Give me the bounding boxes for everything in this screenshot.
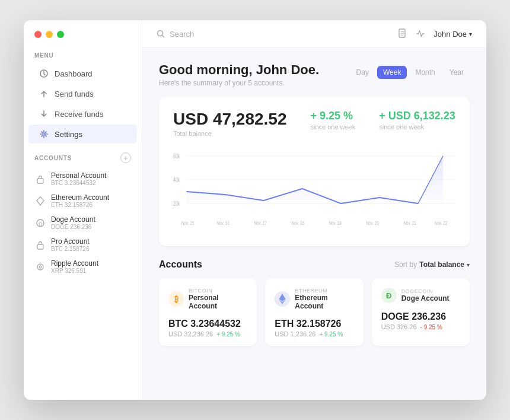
- personal-account-name: Personal Account: [51, 171, 106, 180]
- card-usd-value-personal: USD 32,236.26: [168, 330, 213, 338]
- user-menu[interactable]: John Doe ▾: [434, 30, 472, 39]
- card-meta-personal: BITCOIN Personal Account: [189, 288, 247, 310]
- clock-icon: [39, 69, 49, 78]
- maximize-button[interactable]: [57, 31, 64, 38]
- accounts-section-label: ACCOUNTS: [34, 155, 72, 161]
- card-type-personal: BITCOIN: [189, 288, 247, 294]
- gear-icon: [39, 129, 49, 139]
- svg-text:60k: 60k: [173, 153, 180, 160]
- card-name-personal: Personal Account: [189, 294, 247, 310]
- svg-text:Nov. 21: Nov. 21: [404, 220, 416, 226]
- svg-rect-2: [37, 179, 43, 183]
- user-name-text: John Doe: [434, 30, 467, 39]
- svg-text:Nov. 22: Nov. 22: [435, 220, 447, 226]
- account-card-doge[interactable]: Ð DOGECOIN Doge Account DOGE 236.236 USD…: [372, 278, 470, 346]
- svg-text:Nov. 20: Nov. 20: [366, 220, 379, 226]
- period-tabs: Day Week Month Year: [350, 66, 470, 79]
- balance-label: Total balance: [173, 130, 286, 137]
- sort-value: Total balance: [419, 260, 464, 269]
- sidebar-item-settings[interactable]: Settings: [28, 125, 137, 144]
- content-area: Good morning, John Doe. Here's the summa…: [142, 48, 486, 400]
- sidebar-item-send[interactable]: Send funds: [28, 84, 137, 103]
- lock-icon: [34, 173, 46, 185]
- sidebar: MENU Dashboard Send funds: [24, 20, 142, 400]
- doge-account-sub: DOGE 236.236: [51, 224, 95, 230]
- card-name-doge: Doge Account: [401, 294, 450, 303]
- card-meta-doge: DOGECOIN Doge Account: [401, 288, 450, 303]
- sidebar-account-doge[interactable]: Ð Doge Account DOGE 236.236: [24, 212, 142, 234]
- sort-chevron-icon: ▾: [467, 262, 470, 268]
- greeting-title: Good morning, John Doe.: [159, 62, 319, 78]
- svg-text:20k: 20k: [173, 201, 180, 208]
- pro-account-info: Pro Account BTC 2.158726: [51, 237, 90, 252]
- doge-account-info: Doge Account DOGE 236.236: [51, 215, 95, 230]
- search-icon: [157, 30, 165, 38]
- pct-change-stat: + 9.25 % since one week: [310, 110, 355, 131]
- sidebar-account-ethereum[interactable]: Ethereum Account ETH 32.158726: [24, 190, 142, 212]
- card-balance-btc: BTC 3.23644532: [168, 319, 247, 329]
- add-account-button[interactable]: +: [120, 152, 131, 163]
- period-tab-week[interactable]: Week: [377, 66, 407, 79]
- account-card-ethereum[interactable]: ETHEREUM Ethereum Account ETH 32.158726 …: [265, 278, 363, 346]
- pct-change-label: since one week: [310, 123, 355, 131]
- card-name-ethereum: Ethereum Account: [295, 294, 353, 310]
- card-top-ethereum: ETHEREUM Ethereum Account: [275, 288, 353, 310]
- card-usd-value-doge: USD 326.26: [381, 323, 417, 330]
- balance-row: USD 47,282.52 Total balance + 9.25 % sin…: [173, 110, 455, 137]
- account-card-personal[interactable]: ₿ BITCOIN Personal Account BTC 3.2364453…: [159, 278, 257, 346]
- arrow-down-icon: [39, 109, 49, 119]
- card-balance-doge: DOGE 236.236: [381, 311, 460, 322]
- sidebar-account-personal[interactable]: Personal Account BTC 3.23644532: [24, 168, 142, 190]
- greeting-subtitle: Here's the summary of your 5 accounts.: [159, 79, 319, 87]
- chevron-down-icon: ▾: [469, 31, 472, 37]
- card-top-doge: Ð DOGECOIN Doge Account: [381, 288, 460, 303]
- menu-label: MENU: [24, 44, 142, 63]
- sidebar-account-pro[interactable]: Pro Account BTC 2.158726: [24, 234, 142, 256]
- sidebar-item-receive[interactable]: Receive funds: [28, 104, 137, 123]
- card-usd-doge: USD 326.26 - 9.25 %: [381, 323, 460, 330]
- accounts-header: ACCOUNTS +: [24, 144, 142, 168]
- sort-label: Sort by: [394, 260, 417, 269]
- search-box[interactable]: Search: [157, 30, 391, 39]
- document-icon[interactable]: [398, 28, 407, 39]
- doge-icon: Ð: [34, 217, 46, 229]
- window-controls: [24, 20, 142, 44]
- diamond-icon: [34, 195, 46, 207]
- svg-text:Nov. 15: Nov. 15: [181, 220, 194, 226]
- card-type-ethereum: ETHEREUM: [295, 288, 353, 294]
- period-tab-day[interactable]: Day: [350, 66, 375, 79]
- sidebar-account-ripple[interactable]: Ripple Account XRP 326.591: [24, 256, 142, 278]
- accounts-section-title: Accounts: [159, 259, 202, 270]
- arrow-up-icon: [39, 89, 49, 98]
- ripple-account-info: Ripple Account XRP 326.591: [51, 259, 98, 274]
- sidebar-item-dashboard[interactable]: Dashboard: [28, 64, 137, 83]
- ethereum-account-sub: ETH 32.158726: [51, 202, 109, 208]
- ripple-icon: [34, 261, 46, 273]
- personal-account-sub: BTC 3.23644532: [51, 180, 106, 186]
- activity-icon[interactable]: [416, 28, 425, 39]
- account-cards: ₿ BITCOIN Personal Account BTC 3.2364453…: [159, 278, 470, 346]
- main-content: Search John Doe ▾ Good: [142, 20, 486, 400]
- app-window: MENU Dashboard Send funds: [24, 20, 486, 400]
- pro-account-name: Pro Account: [51, 237, 90, 246]
- dashboard-label: Dashboard: [55, 69, 93, 78]
- svg-marker-3: [37, 197, 44, 205]
- svg-text:Ð: Ð: [39, 221, 43, 227]
- eth-icon: [275, 291, 290, 307]
- svg-text:Nov. 17: Nov. 17: [254, 220, 267, 226]
- svg-text:40k: 40k: [173, 177, 180, 184]
- balance-amount: USD 47,282.52: [173, 110, 286, 129]
- period-tab-year[interactable]: Year: [444, 66, 470, 79]
- accounts-section-header: Accounts Sort by Total balance ▾: [159, 259, 470, 270]
- balance-chart: 60k 40k 20k: [173, 148, 455, 231]
- pct-change-value: + 9.25 %: [310, 110, 355, 122]
- minimize-button[interactable]: [46, 31, 53, 38]
- period-tab-month[interactable]: Month: [409, 66, 441, 79]
- topbar-icons: John Doe ▾: [398, 28, 472, 39]
- svg-point-8: [39, 266, 42, 268]
- svg-text:Nov. 18: Nov. 18: [292, 220, 304, 226]
- close-button[interactable]: [34, 31, 42, 38]
- sort-by[interactable]: Sort by Total balance ▾: [394, 260, 470, 269]
- doge-card-icon: Ð: [381, 288, 397, 303]
- pro-account-sub: BTC 2.158726: [51, 246, 90, 252]
